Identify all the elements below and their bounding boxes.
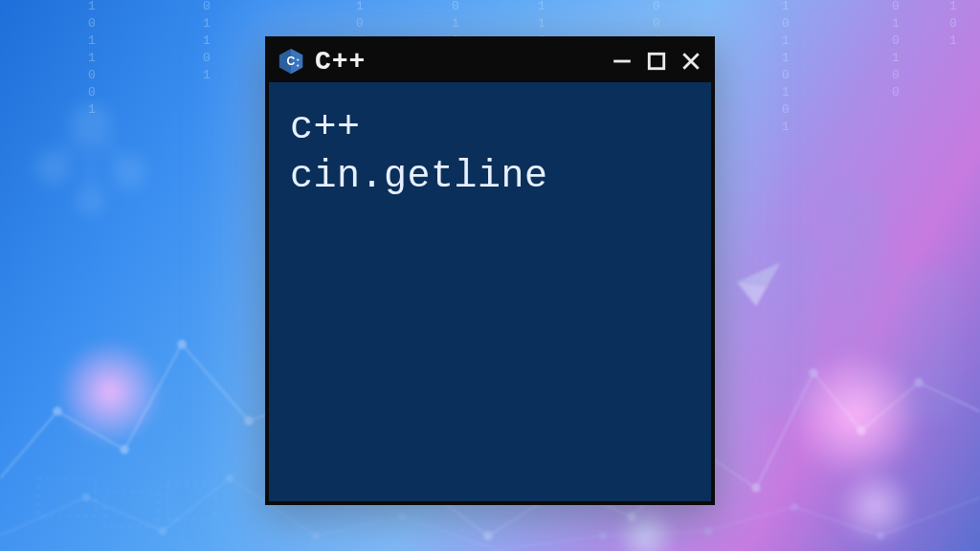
svg-point-8 <box>121 446 128 453</box>
lens-flare <box>612 502 679 551</box>
svg-point-19 <box>810 369 817 377</box>
lens-flare <box>780 340 933 493</box>
svg-rect-45 <box>649 54 663 68</box>
maximize-button[interactable] <box>646 51 667 72</box>
svg-rect-33 <box>167 483 215 519</box>
svg-point-23 <box>160 528 167 535</box>
svg-rect-32 <box>105 493 158 526</box>
svg-point-14 <box>484 532 492 540</box>
lens-flare <box>833 464 919 550</box>
svg-point-27 <box>600 533 607 540</box>
svg-point-3 <box>77 187 105 215</box>
svg-rect-31 <box>38 478 96 517</box>
svg-rect-35 <box>833 191 885 411</box>
svg-marker-38 <box>737 263 780 287</box>
window-controls <box>612 51 702 72</box>
svg-point-9 <box>178 341 186 348</box>
svg-point-1 <box>35 150 70 185</box>
cpp-logo-icon: C + + <box>277 47 305 76</box>
close-button[interactable] <box>680 51 702 72</box>
minimize-icon <box>612 51 633 72</box>
svg-point-16 <box>628 513 635 520</box>
lens-flare <box>53 335 167 450</box>
svg-point-20 <box>858 427 865 434</box>
window-title: C++ <box>315 47 366 77</box>
svg-point-30 <box>878 533 884 540</box>
terminal-content: c++ cin.getline <box>269 82 711 222</box>
svg-point-10 <box>245 417 253 425</box>
svg-rect-34 <box>766 239 823 411</box>
svg-point-22 <box>83 495 90 501</box>
svg-point-2 <box>112 155 146 189</box>
svg-marker-37 <box>737 263 780 306</box>
svg-point-21 <box>915 379 923 386</box>
svg-line-4 <box>53 124 91 167</box>
content-line-2: cin.getline <box>290 152 690 201</box>
svg-point-28 <box>705 528 712 535</box>
svg-rect-36 <box>890 268 957 421</box>
svg-point-7 <box>54 408 61 415</box>
svg-point-25 <box>313 533 320 540</box>
minimize-button[interactable] <box>612 51 633 72</box>
terminal-window: C + + C++ c++ cin.getline <box>265 36 715 505</box>
svg-point-29 <box>791 504 798 511</box>
svg-text:C: C <box>287 55 296 68</box>
titlebar[interactable]: C + + C++ <box>269 40 711 82</box>
svg-line-5 <box>91 124 129 172</box>
maximize-icon <box>646 51 667 72</box>
content-line-1: c++ <box>290 103 690 152</box>
svg-point-24 <box>227 475 234 482</box>
svg-point-0 <box>70 103 112 145</box>
svg-point-26 <box>399 514 406 520</box>
svg-point-18 <box>752 484 760 492</box>
close-icon <box>680 51 702 72</box>
